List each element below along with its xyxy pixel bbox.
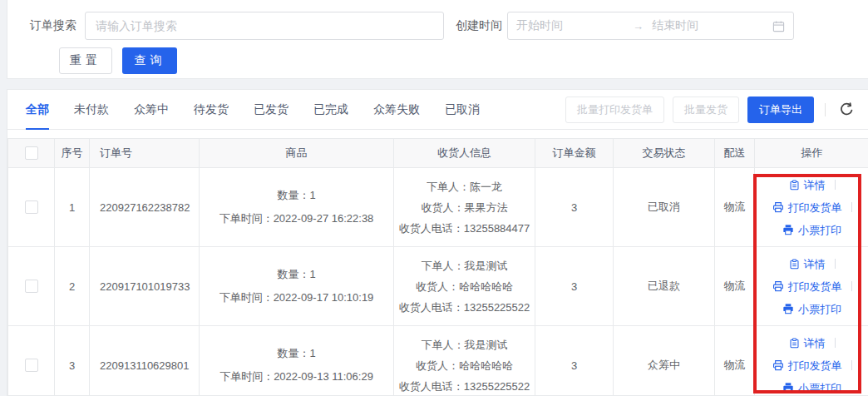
detail-link-label: 详情: [804, 332, 826, 354]
table-header-row: 序号 订单号 商品 收货人信息 订单金额 交易状态 配送 操作: [8, 139, 868, 168]
buyer-name: 下单人：我是测试: [394, 255, 535, 276]
receipt-print-link-label: 小票打印: [798, 219, 841, 241]
toolbar-divider: [825, 103, 826, 116]
cell-index: 2: [55, 247, 90, 326]
header-index: 序号: [55, 139, 90, 168]
cell-product: 数量：1 下单时间：2022-09-27 16:22:38: [200, 168, 394, 247]
header-order-no: 订单号: [90, 139, 200, 168]
table-toolbar: 批量打印发货单 批量发货 订单导出: [565, 97, 856, 123]
start-date-placeholder[interactable]: 开始时间: [516, 18, 633, 33]
receipt-print-link[interactable]: 小票打印: [755, 298, 868, 320]
cell-trade-status: 已取消: [614, 168, 715, 247]
cell-select: [8, 247, 55, 326]
printer-filled-icon: [782, 382, 794, 394]
order-search-label: 订单搜索: [30, 18, 76, 33]
cell-delivery: 物流: [715, 247, 755, 326]
order-search-input[interactable]: [85, 12, 444, 40]
receiver-name: 收货人：哈哈哈哈哈: [394, 276, 535, 297]
cell-order-no: 220913110629801: [90, 326, 200, 396]
row-checkbox[interactable]: [25, 200, 38, 214]
action-divider: [835, 180, 836, 190]
action-divider: [835, 338, 836, 348]
search-buttons-row: 重置 查询: [7, 40, 868, 74]
search-form-row: 订单搜索 创建时间 开始时间 → 结束时间: [7, 12, 868, 40]
cell-actions: 详情 打印发货单 小票打印: [755, 168, 868, 247]
cell-delivery: 物流: [715, 326, 755, 396]
header-actions: 操作: [755, 139, 868, 168]
cell-actions: 详情 打印发货单 小票打印: [755, 247, 868, 326]
arrow-right-icon: →: [633, 20, 644, 32]
tab-unpaid[interactable]: 未付款: [74, 90, 109, 129]
batch-ship-button[interactable]: 批量发货: [673, 97, 739, 123]
product-order-time: 下单时间：2022-09-17 10:10:19: [200, 286, 393, 309]
receiver-phone: 收货人电话：13255884477: [394, 218, 535, 239]
tab-all[interactable]: 全部: [26, 90, 49, 129]
action-divider: [851, 202, 852, 212]
row-checkbox[interactable]: [25, 280, 38, 293]
status-tabbar: 全部 未付款 众筹中 待发货 已发货 已完成 众筹失败 已取消 批量打印发货单 …: [7, 90, 868, 130]
row-checkbox[interactable]: [25, 359, 38, 372]
receipt-print-link-label: 小票打印: [798, 377, 841, 396]
refresh-icon[interactable]: [836, 100, 856, 120]
print-invoice-link-label: 打印发货单: [788, 275, 842, 298]
tab-to-ship[interactable]: 待发货: [194, 90, 229, 129]
header-trade-status: 交易状态: [614, 139, 715, 168]
query-button[interactable]: 查询: [122, 47, 177, 74]
detail-link[interactable]: 详情: [755, 332, 868, 354]
reset-button[interactable]: 重置: [59, 47, 112, 74]
clipboard-icon: [789, 338, 800, 349]
cell-amount: 3: [535, 326, 614, 396]
receipt-print-link[interactable]: 小票打印: [755, 219, 868, 241]
receiver-name: 收货人：果果方法: [394, 197, 535, 218]
tab-shipped[interactable]: 已发货: [254, 90, 289, 129]
table-row: 1 220927162238782 数量：1 下单时间：2022-09-27 1…: [8, 168, 868, 247]
print-invoice-link[interactable]: 打印发货单: [755, 354, 868, 377]
create-time-range-picker[interactable]: 开始时间 → 结束时间: [507, 12, 794, 40]
export-orders-button[interactable]: 订单导出: [747, 97, 814, 123]
action-divider: [851, 281, 852, 291]
cell-index: 1: [55, 168, 90, 247]
printer-filled-icon: [782, 224, 794, 235]
cell-receiver-info: 下单人：我是测试 收货人：哈哈哈哈哈 收货人电话：13255225522: [394, 247, 535, 326]
cell-index: 3: [55, 326, 90, 396]
tab-cancelled[interactable]: 已取消: [445, 90, 480, 129]
cell-trade-status: 已退款: [614, 247, 715, 326]
receipt-print-link[interactable]: 小票打印: [755, 377, 868, 396]
tab-crowdfunding[interactable]: 众筹中: [134, 90, 169, 129]
select-all-checkbox[interactable]: [25, 146, 38, 160]
cell-select: [8, 326, 55, 396]
product-order-time: 下单时间：2022-09-27 16:22:38: [200, 207, 393, 230]
tab-completed[interactable]: 已完成: [313, 90, 348, 129]
create-time-label: 创建时间: [456, 18, 502, 33]
product-quantity: 数量：1: [200, 342, 393, 365]
cell-actions: 详情 打印发货单 小票打印: [755, 326, 868, 396]
printer-outline-icon: [772, 201, 784, 213]
header-delivery: 配送: [715, 139, 755, 168]
receipt-print-link-label: 小票打印: [798, 298, 841, 320]
tab-crowdfunding-failed[interactable]: 众筹失败: [373, 90, 420, 129]
header-amount: 订单金额: [535, 139, 614, 168]
cell-select: [8, 168, 55, 247]
detail-link[interactable]: 详情: [755, 253, 868, 275]
detail-link-label: 详情: [804, 174, 826, 196]
end-date-placeholder[interactable]: 结束时间: [652, 18, 772, 33]
cell-amount: 3: [535, 247, 614, 326]
calendar-icon: [772, 20, 785, 32]
print-invoice-link-label: 打印发货单: [788, 196, 842, 219]
batch-print-invoice-button[interactable]: 批量打印发货单: [565, 97, 664, 123]
print-invoice-link[interactable]: 打印发货单: [755, 196, 868, 219]
cell-order-no: 220917101019733: [90, 247, 200, 326]
print-invoice-link-label: 打印发货单: [788, 354, 842, 377]
detail-link[interactable]: 详情: [755, 174, 868, 196]
header-product: 商品: [200, 139, 394, 168]
action-divider: [851, 360, 852, 370]
receiver-phone: 收货人电话：13255225522: [394, 376, 535, 396]
order-list-card: 全部 未付款 众筹中 待发货 已发货 已完成 众筹失败 已取消 批量打印发货单 …: [7, 89, 868, 396]
print-invoice-link[interactable]: 打印发货单: [755, 275, 868, 298]
search-filter-card: 订单搜索 创建时间 开始时间 → 结束时间 重置 查询: [7, 0, 868, 79]
cell-amount: 3: [535, 168, 614, 247]
cell-product: 数量：1 下单时间：2022-09-13 11:06:29: [200, 326, 394, 396]
order-management-page: { "colors": { "primary": "#2563eb", "ann…: [0, 0, 868, 396]
product-order-time: 下单时间：2022-09-13 11:06:29: [200, 365, 393, 389]
cell-receiver-info: 下单人：我是测试 收货人：哈哈哈哈哈 收货人电话：13255225522: [394, 326, 535, 396]
